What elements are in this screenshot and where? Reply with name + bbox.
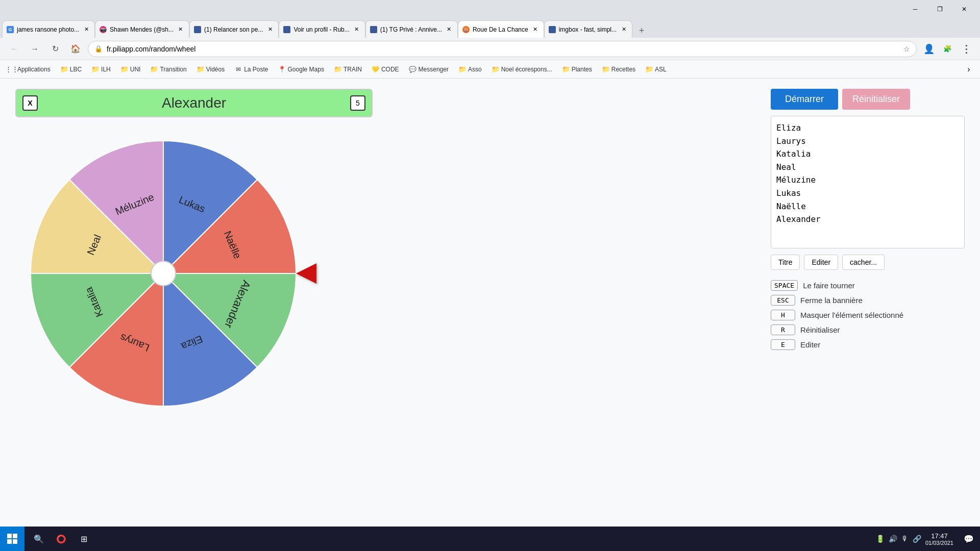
bookmarks-bar: ⋮⋮ Applications 📁 LBC 📁 ILH 📁 UNI 📁 Tran…	[0, 60, 980, 79]
folder-icon-4: 📁	[151, 66, 158, 73]
bookmark-train[interactable]: 📁 TRAIN	[330, 63, 366, 76]
tab-5[interactable]: (1) TG Privé : Annive... ✕	[365, 20, 458, 38]
bookmark-train-label: TRAIN	[344, 66, 362, 73]
home-button[interactable]: 🏠	[67, 41, 84, 57]
clock-date: 01/03/2021	[925, 540, 953, 546]
extension-button[interactable]: 🧩	[939, 41, 955, 57]
tab-close-4[interactable]: ✕	[353, 26, 361, 34]
tab-favicon-5	[370, 26, 377, 33]
dismiss-result-button[interactable]: X	[22, 95, 38, 111]
tab-2[interactable]: 📷 Shawn Mendes (@sh... ✕	[95, 20, 189, 38]
bookmark-laposte-label: La Poste	[244, 66, 268, 73]
folder-icon-2: 📁	[92, 66, 99, 73]
bookmark-asso[interactable]: 📁 Asso	[455, 63, 486, 76]
names-textarea[interactable]: Eliza Laurys Katalia Neal Méluzine Lukas…	[771, 116, 965, 248]
taskbar-cortana[interactable]: ⭕	[51, 529, 71, 549]
taskbar-clock[interactable]: 17:47 01/03/2021	[925, 532, 960, 546]
bookmark-star-icon[interactable]: ☆	[903, 45, 910, 53]
tab-close-6[interactable]: ✕	[531, 26, 540, 34]
address-bar[interactable]: 🔒 ☆	[88, 41, 917, 57]
new-tab-button[interactable]: +	[634, 23, 649, 38]
start-button[interactable]: Démarrer	[771, 89, 838, 110]
bookmark-asl[interactable]: 📁 ASL	[642, 63, 671, 76]
tab-close-7[interactable]: ✕	[620, 26, 628, 34]
tab-title-7: imgbox - fast, simpl...	[559, 26, 617, 33]
bookmark-asso-label: Asso	[468, 66, 482, 73]
wheel-svg[interactable]: Lukas Naëlle Alexander Eliza Laurys Kata…	[15, 126, 311, 421]
taskbar-search[interactable]: 🔍	[29, 529, 49, 549]
edit-button[interactable]: Editer	[804, 255, 838, 270]
tab-7[interactable]: imgbox - fast, simpl... ✕	[544, 20, 632, 38]
tab-1[interactable]: G james ransone photo... ✕	[2, 20, 95, 38]
shortcut-e: E Editer	[771, 339, 965, 350]
reset-button[interactable]: Réinitialiser	[842, 89, 910, 110]
wheel-pointer	[296, 263, 316, 284]
tray-volume-icon: 🔊	[889, 535, 897, 543]
bookmark-videos[interactable]: 📁 Vidéos	[193, 63, 229, 76]
shortcut-key-e: E	[771, 339, 795, 350]
windows-logo-icon	[6, 533, 18, 545]
bookmark-lbc[interactable]: 📁 LBC	[57, 63, 86, 76]
result-count: 5	[350, 95, 365, 111]
tab-favicon-6: 🎡	[462, 26, 470, 33]
refresh-button[interactable]: ↻	[47, 41, 63, 57]
lock-icon: 🔒	[94, 45, 103, 53]
messenger-icon: 💬	[409, 66, 416, 73]
shortcut-desc-h: Masquer l'élément sélectionné	[800, 311, 903, 319]
bookmark-recettes[interactable]: 📁 Recettes	[598, 63, 640, 76]
title-bar: ─ ❐ ✕	[0, 0, 980, 18]
forward-button[interactable]: →	[27, 41, 43, 57]
profile-button[interactable]: 👤	[921, 41, 937, 57]
tab-3[interactable]: (1) Relancer son pe... ✕	[189, 20, 279, 38]
bookmark-code[interactable]: 💛 CODE	[368, 63, 403, 76]
bookmark-videos-label: Vidéos	[206, 66, 225, 73]
nav-bar: ← → ↻ 🏠 🔒 ☆ 👤 🧩 ⋮	[0, 38, 980, 60]
bookmark-transition[interactable]: 📁 Transition	[146, 63, 190, 76]
start-menu-button[interactable]	[0, 527, 24, 551]
mail-icon: ✉	[235, 66, 242, 73]
tab-title-3: (1) Relancer son pe...	[204, 26, 263, 33]
minimize-button[interactable]: ─	[903, 0, 927, 18]
title-button[interactable]: Titre	[771, 255, 800, 270]
svg-rect-12	[13, 539, 17, 544]
bookmarks-more-button[interactable]: ›	[962, 62, 976, 77]
tab-close-5[interactable]: ✕	[445, 26, 453, 34]
result-name: Alexander	[42, 95, 346, 111]
bookmark-uni[interactable]: 📁 UNI	[117, 63, 145, 76]
tab-6-active[interactable]: 🎡 Roue De La Chance ✕	[458, 20, 544, 38]
tab-favicon-3	[194, 26, 201, 33]
bookmark-ilh[interactable]: 📁 ILH	[88, 63, 115, 76]
url-input[interactable]	[107, 45, 899, 53]
bookmark-plantes[interactable]: 📁 Plantes	[558, 63, 596, 76]
bookmark-noel[interactable]: 📁 Noel écorespons...	[488, 63, 556, 76]
bookmark-messenger[interactable]: 💬 Messenger	[405, 63, 453, 76]
close-button[interactable]: ✕	[952, 0, 976, 18]
tab-close-1[interactable]: ✕	[82, 26, 90, 34]
bookmark-plantes-label: Plantes	[572, 66, 592, 73]
tab-favicon-2: 📷	[100, 26, 107, 33]
folder-icon-6: 📁	[334, 66, 341, 73]
notification-icon[interactable]: 💬	[964, 534, 974, 544]
window-controls: ─ ❐ ✕	[903, 0, 976, 18]
menu-button[interactable]: ⋮	[958, 41, 974, 57]
bookmark-applications[interactable]: ⋮⋮ Applications	[4, 63, 55, 76]
folder-icon-5: 📁	[197, 66, 204, 73]
tray-battery-icon: 🔋	[876, 535, 885, 543]
back-button[interactable]: ←	[6, 41, 22, 57]
shortcut-desc-esc: Ferme la bannière	[800, 296, 863, 305]
hide-button[interactable]: cacher...	[842, 255, 885, 270]
system-tray: 🔋 🔊 🎙 🔗 17:47 01/03/2021 💬	[876, 532, 980, 546]
folder-icon-7: 📁	[459, 66, 466, 73]
bookmark-messenger-label: Messenger	[419, 66, 449, 73]
taskbar-task-view[interactable]: ⊞	[74, 529, 94, 549]
bookmark-laposte[interactable]: ✉ La Poste	[231, 63, 272, 76]
tab-close-3[interactable]: ✕	[266, 26, 274, 34]
bookmark-googlemaps[interactable]: 📍 Google Maps	[275, 63, 328, 76]
tab-4[interactable]: Voir un profil - Rub... ✕	[279, 20, 365, 38]
code-icon: 💛	[372, 66, 379, 73]
shortcut-desc-e: Editer	[800, 340, 820, 349]
folder-icon: 📁	[61, 66, 68, 73]
tab-close-2[interactable]: ✕	[177, 26, 185, 34]
folder-icon-11: 📁	[646, 66, 653, 73]
maximize-button[interactable]: ❐	[928, 0, 951, 18]
